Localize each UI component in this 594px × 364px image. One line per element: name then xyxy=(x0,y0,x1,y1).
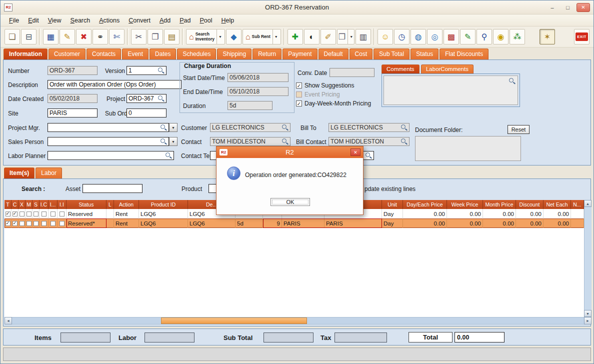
bill-to-lookup-icon[interactable] xyxy=(400,124,408,131)
project-mgr-field[interactable] xyxy=(48,123,169,132)
table-cell[interactable] xyxy=(571,218,584,228)
row-check-cell[interactable]: ✓ xyxy=(4,218,12,228)
column-header-action[interactable]: Action xyxy=(114,200,139,209)
add-item-icon[interactable]: ✚ xyxy=(288,29,303,44)
row-check-cell[interactable] xyxy=(26,218,32,228)
table-row[interactable]: ✓✓Reserved*RentLGQ6LGQ65d9PARISPARISDay0… xyxy=(4,218,584,228)
row-checkbox[interactable] xyxy=(20,221,24,226)
sales-person-dropdown-button[interactable]: ▼ xyxy=(169,137,178,146)
version-lookup-icon[interactable] xyxy=(158,67,164,74)
table-cell[interactable]: Rent xyxy=(114,218,139,228)
contact-lookup-icon[interactable] xyxy=(282,138,288,145)
tab-payment[interactable]: Payment xyxy=(282,48,317,60)
row-check-cell[interactable] xyxy=(18,218,26,228)
tab-shipping[interactable]: Shipping xyxy=(217,48,252,60)
row-checkbox[interactable] xyxy=(26,212,32,216)
menu-convert[interactable]: Convert xyxy=(124,15,155,26)
column-header-i-i[interactable]: I.I xyxy=(58,200,66,209)
table-cell[interactable]: 9 xyxy=(263,218,282,228)
table-cell[interactable]: 0.00 xyxy=(403,209,447,218)
description-field[interactable]: Order with Operation Order (Ops Order) xyxy=(48,80,182,89)
save-icon[interactable]: ▦ xyxy=(43,29,58,44)
date-created-field[interactable]: 05/02/2018 xyxy=(48,94,98,103)
tab-comments[interactable]: Comments xyxy=(382,64,420,74)
tab-status[interactable]: Status xyxy=(410,48,438,60)
column-header-s[interactable]: S xyxy=(32,200,40,209)
table-cell[interactable]: PARIS xyxy=(282,218,324,228)
column-header-c[interactable]: C xyxy=(12,200,18,209)
history-clock-icon[interactable]: ◷ xyxy=(394,29,410,44)
table-cell[interactable] xyxy=(106,209,114,218)
table-cell[interactable] xyxy=(571,209,584,218)
start-date-field[interactable]: 05/06/2018 xyxy=(228,73,288,82)
barcode-printer-icon[interactable]: ▥ xyxy=(356,29,371,44)
row-check-cell[interactable]: ✓ xyxy=(12,209,18,218)
customer-lookup-icon[interactable] xyxy=(282,124,288,131)
row-checkbox[interactable] xyxy=(26,221,32,226)
row-checkbox[interactable] xyxy=(42,221,46,226)
minimize-button[interactable]: – xyxy=(546,3,559,12)
table-cell[interactable]: 0.00 xyxy=(544,218,571,228)
pool-balls-icon[interactable]: ◐ xyxy=(304,29,320,44)
row-checkbox[interactable] xyxy=(42,212,46,216)
menu-view[interactable]: View xyxy=(44,15,66,26)
horizontal-scrollbar[interactable]: ◄ ► xyxy=(4,317,592,324)
table-cell[interactable]: 5d xyxy=(236,218,263,228)
coins-icon[interactable]: ◉ xyxy=(493,29,508,44)
number-field[interactable]: ORD-367 xyxy=(48,66,98,75)
sub-rent-button[interactable]: ⌂Sub Rent▼ xyxy=(242,29,281,44)
row-check-cell[interactable] xyxy=(26,209,32,218)
column-header-l[interactable]: L xyxy=(106,200,114,209)
duration-field[interactable]: 5d xyxy=(228,101,272,110)
ok-button[interactable]: OK xyxy=(270,198,310,206)
project-field[interactable]: ORD-367 xyxy=(126,94,166,103)
tab-return[interactable]: Return xyxy=(252,48,282,60)
table-cell[interactable]: PARIS xyxy=(324,218,382,228)
menu-add[interactable]: Add xyxy=(155,15,175,26)
column-header-status[interactable]: Status xyxy=(66,200,106,209)
exit-button[interactable]: EXIT xyxy=(574,29,590,44)
smiley-icon[interactable]: ☺ xyxy=(378,29,393,44)
group-icon[interactable]: ⁂ xyxy=(510,29,525,44)
column-header-month-price[interactable]: Month Price xyxy=(483,200,516,209)
sub-rent-button-dropdown-arrow[interactable]: ▼ xyxy=(272,30,278,44)
scroll-up-button[interactable]: ▲ xyxy=(584,200,592,207)
table-cell[interactable] xyxy=(106,218,114,228)
table-cell[interactable]: LGQ6 xyxy=(139,218,188,228)
day-week-month-pricing-checkbox[interactable]: Day-Week-Month Pricing xyxy=(296,100,371,107)
end-date-field[interactable]: 05/10/2018 xyxy=(228,87,288,96)
row-checkbox[interactable] xyxy=(60,221,64,226)
row-check-cell[interactable] xyxy=(40,209,48,218)
event-pricing-box[interactable] xyxy=(296,92,302,98)
menu-edit[interactable]: Edit xyxy=(24,15,44,26)
column-header-day-each-price[interactable]: Day/Each Price xyxy=(403,200,447,209)
table-cell[interactable]: 0.00 xyxy=(483,209,516,218)
row-checkbox[interactable] xyxy=(60,212,64,216)
column-header-net-each[interactable]: Net Each xyxy=(544,200,571,209)
event-pricing-checkbox[interactable]: Event Pricing xyxy=(296,91,340,98)
search-inventory-button-dropdown-arrow[interactable]: ▼ xyxy=(216,30,222,44)
table-cell[interactable]: Day xyxy=(382,218,403,228)
table-cell[interactable]: LGQ6 xyxy=(188,218,236,228)
menu-actions[interactable]: Actions xyxy=(94,15,124,26)
table-cell[interactable]: 0.00 xyxy=(544,209,571,218)
labor-planner-lookup-icon[interactable] xyxy=(165,152,172,159)
tab-cost[interactable]: Cost xyxy=(350,48,373,60)
row-check-cell[interactable] xyxy=(40,218,48,228)
scroll-right-button[interactable]: ► xyxy=(584,317,592,324)
tab-default[interactable]: Default xyxy=(318,48,348,60)
table-cell[interactable]: 0.00 xyxy=(516,209,544,218)
row-checkbox[interactable]: ✓ xyxy=(6,212,10,216)
bill-contact-lookup-icon[interactable] xyxy=(400,138,408,145)
table-cell[interactable]: Rent xyxy=(114,209,139,218)
tab-information[interactable]: Information xyxy=(4,48,48,60)
horizontal-scroll-thumb[interactable] xyxy=(161,318,307,324)
menu-file[interactable]: File xyxy=(4,15,24,26)
document-folder-box[interactable] xyxy=(415,136,521,161)
key-icon[interactable]: ⚲ xyxy=(476,29,492,44)
table-cell[interactable]: Reserved* xyxy=(66,218,106,228)
contact-tel-lookup-icon[interactable] xyxy=(365,152,372,159)
tab-event[interactable]: Event xyxy=(122,48,148,60)
contact-field[interactable]: TOM HIDDLESTON xyxy=(210,137,290,146)
labor-planner-field[interactable] xyxy=(48,151,174,160)
